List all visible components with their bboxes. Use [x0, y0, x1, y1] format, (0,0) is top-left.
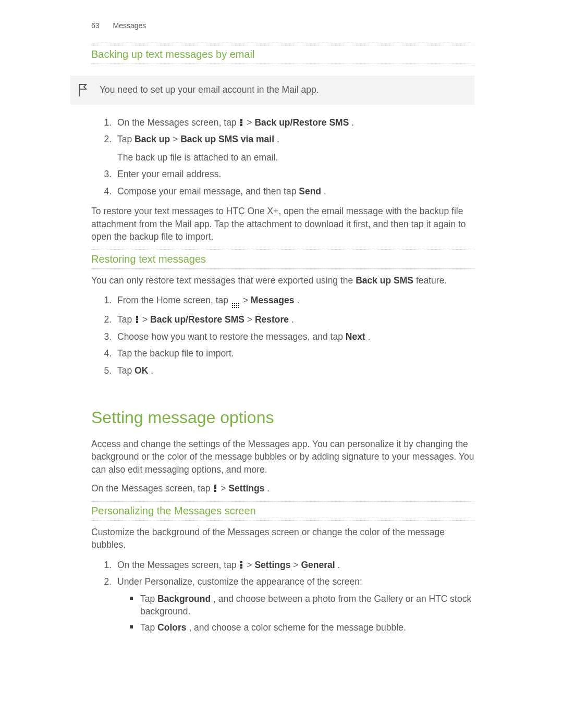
paragraph: You can only restore text messages that …	[91, 274, 474, 287]
overflow-menu-icon	[214, 485, 217, 492]
list-item: Tap Background , and choose between a ph…	[138, 593, 474, 618]
list-item: Tap > Back up/Restore SMS > Restore .	[114, 313, 474, 326]
ui-label: General	[301, 560, 335, 570]
text: On the Messages screen, tap	[91, 483, 213, 493]
step-text: .	[277, 134, 279, 144]
document-page: 63 Messages Backing up text messages by …	[0, 0, 563, 728]
header-section: Messages	[113, 21, 146, 30]
paragraph: Access and change the settings of the Me…	[91, 438, 474, 476]
section-title-personalizing: Personalizing the Messages screen	[91, 501, 474, 521]
list-item: Compose your email message, and then tap…	[114, 185, 474, 198]
list-item: Enter your email address.	[114, 168, 474, 181]
step-text: Compose your email message, and then tap	[117, 186, 299, 196]
step-text: Under Personalize, customize the appeara…	[117, 576, 362, 587]
text: , and choose a color scheme for the mess…	[189, 622, 406, 633]
ui-label: Back up/Restore SMS	[254, 117, 349, 128]
step-text: .	[351, 117, 354, 128]
apps-grid-icon	[232, 303, 239, 309]
step-text: >	[247, 117, 254, 128]
overflow-menu-icon	[240, 561, 243, 569]
text: feature.	[416, 275, 447, 286]
step-text: .	[324, 186, 326, 196]
steps-restoring: From the Home screen, tap > Messages . T…	[91, 294, 474, 377]
step-text: On the Messages screen, tap	[117, 560, 239, 570]
paragraph: Customize the background of the Messages…	[91, 526, 474, 551]
list-item: On the Messages screen, tap > Settings >…	[114, 559, 474, 572]
ui-label: Next	[346, 331, 365, 342]
ui-label: Messages	[251, 295, 295, 305]
text: Tap	[140, 594, 157, 604]
step-text: .	[297, 295, 299, 305]
list-item: From the Home screen, tap > Messages .	[114, 294, 474, 309]
ui-label: Background	[157, 594, 211, 604]
text: >	[221, 483, 228, 493]
step-text: .	[291, 314, 294, 325]
step-text: From the Home screen, tap	[117, 295, 231, 305]
ui-label: Settings	[228, 483, 264, 493]
step-text: Tap	[117, 134, 134, 144]
sub-bullets: Tap Background , and choose between a ph…	[117, 593, 474, 634]
heading-setting-options: Setting message options	[91, 406, 474, 429]
list-item: Choose how you want to restore the messa…	[114, 330, 474, 343]
step-text: Tap	[117, 365, 134, 376]
ui-label: Back up	[134, 134, 170, 144]
step-text: .	[151, 365, 153, 376]
text: .	[267, 483, 270, 493]
step-text: >	[247, 314, 255, 325]
ui-label: Back up/Restore SMS	[150, 314, 244, 325]
ui-label: Colors	[157, 622, 186, 633]
ui-label: OK	[134, 365, 148, 376]
text: Tap	[140, 622, 157, 633]
note-text: You need to set up your email account in…	[100, 83, 319, 96]
section-title-restoring: Restoring text messages	[91, 250, 474, 269]
step-text: >	[173, 134, 180, 144]
paragraph: To restore your text messages to HTC One…	[91, 205, 474, 243]
list-item: Tap Colors , and choose a color scheme f…	[138, 621, 474, 634]
text: You can only restore text messages that …	[91, 275, 356, 286]
step-text: >	[247, 560, 254, 570]
list-item: Tap OK .	[114, 364, 474, 377]
step-text: >	[293, 560, 301, 570]
steps-personalizing: On the Messages screen, tap > Settings >…	[91, 559, 474, 634]
note-box: You need to set up your email account in…	[70, 76, 474, 105]
overflow-menu-icon	[240, 119, 243, 126]
overflow-menu-icon	[136, 316, 139, 323]
list-item: Tap the backup file to import.	[114, 347, 474, 360]
list-item: Tap Back up > Back up SMS via mail . The…	[114, 133, 474, 164]
paragraph: On the Messages screen, tap > Settings .	[91, 482, 474, 495]
step-text: >	[243, 295, 251, 305]
ui-label: Back up SMS via mail	[180, 134, 274, 144]
list-item: Under Personalize, customize the appeara…	[114, 575, 474, 634]
page-header: 63 Messages	[91, 21, 474, 31]
step-text: .	[368, 331, 371, 342]
step-text: Choose how you want to restore the messa…	[117, 331, 346, 342]
ui-label: Send	[299, 186, 321, 196]
step-text: >	[142, 314, 150, 325]
step-text: .	[338, 560, 340, 570]
step-text: Tap	[117, 314, 134, 325]
ui-label: Restore	[255, 314, 289, 325]
flag-icon	[78, 83, 92, 97]
section-title-backup-email: Backing up text messages by email	[91, 45, 474, 64]
ui-label: Settings	[254, 560, 290, 570]
steps-backup-email: On the Messages screen, tap > Back up/Re…	[91, 116, 474, 198]
step-subtext: The back up file is attached to an email…	[117, 151, 474, 164]
step-text: On the Messages screen, tap	[117, 117, 239, 128]
page-number: 63	[91, 21, 100, 30]
ui-label: Back up SMS	[356, 275, 413, 286]
list-item: On the Messages screen, tap > Back up/Re…	[114, 116, 474, 129]
